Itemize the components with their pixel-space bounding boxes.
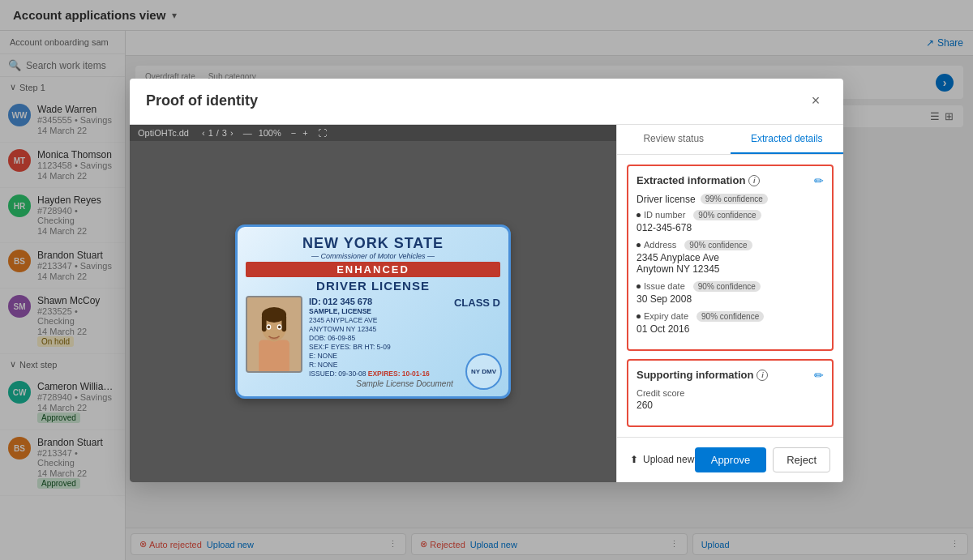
tab-extracted-details[interactable]: Extracted details: [731, 125, 844, 154]
modal-actions: Approve Reject: [695, 447, 830, 472]
id-card: NEW YORK STATE — Commissioner of Motor V…: [235, 224, 511, 399]
bullet-icon: [637, 243, 641, 247]
modal-overlay: Proof of identity × OptiOHTc.dd ‹ 1 / 3 …: [0, 0, 973, 560]
svg-point-8: [268, 325, 270, 327]
svg-rect-1: [259, 340, 289, 372]
document-viewer: OptiOHTc.dd ‹ 1 / 3 › — 100% − + ⛶: [130, 125, 616, 482]
prev-page-button[interactable]: ‹: [202, 128, 205, 138]
id-enhanced-label: ENHANCED: [246, 262, 500, 277]
reject-button[interactable]: Reject: [773, 447, 830, 472]
field-value-expiry-date: 01 Oct 2016: [637, 323, 824, 335]
extracted-information-section: Extracted information i ✏ Driver license…: [627, 165, 834, 351]
modal-right-panel: Review status Extracted details Extracte…: [616, 125, 843, 482]
confidence-badge: 90% confidence: [693, 210, 761, 220]
info-icon: i: [757, 370, 768, 381]
doc-type-row: Driver license 99% confidence: [637, 194, 824, 205]
field-group-issue-date: Issue date 90% confidence 30 Sep 2008: [637, 281, 824, 305]
modal-footer: ⬆ Upload new Approve Reject: [617, 437, 843, 482]
modal-body: OptiOHTc.dd ‹ 1 / 3 › — 100% − + ⛶: [130, 125, 843, 482]
doc-viewer-content: NEW YORK STATE — Commissioner of Motor V…: [130, 141, 616, 482]
page-separator: /: [216, 128, 219, 138]
svg-rect-5: [281, 314, 286, 331]
field-group-id: ID number 90% confidence 012-345-678: [637, 210, 824, 233]
id-address1: 2345 ANYPLACE AVE: [309, 316, 500, 324]
id-number-line: ID: 012 345 678 CLASS D: [309, 297, 500, 306]
section-header: Supporting information i ✏: [637, 369, 824, 382]
tab-review-status[interactable]: Review status: [617, 125, 731, 154]
bullet-icon: [637, 284, 641, 289]
section-title: Supporting information i: [637, 369, 768, 381]
upload-new-button[interactable]: ⬆ Upload new: [630, 454, 694, 465]
close-button[interactable]: ×: [804, 90, 827, 113]
confidence-badge: 90% confidence: [693, 281, 761, 292]
approve-button[interactable]: Approve: [695, 447, 766, 472]
svg-point-9: [278, 325, 281, 327]
zoom-out-button[interactable]: −: [291, 128, 296, 138]
modal-title: Proof of identity: [146, 92, 258, 109]
field-group-credit-score: Credit score 260: [637, 388, 824, 411]
id-dob: DOB: 06-09-85: [309, 334, 500, 342]
field-value-address-line2: Anytown NY 12345: [637, 263, 824, 275]
doc-confidence-badge: 99% confidence: [701, 194, 768, 204]
field-label-credit-score: Credit score: [637, 388, 824, 398]
field-label-expiry-date: Expiry date 90% confidence: [637, 311, 824, 322]
edit-icon[interactable]: ✏: [814, 174, 824, 187]
supporting-information-section: Supporting information i ✏ Credit score …: [627, 359, 834, 427]
page-current: 1: [208, 128, 213, 138]
edit-icon[interactable]: ✏: [814, 369, 824, 382]
doc-page-nav: ‹ 1 / 3 ›: [202, 128, 234, 138]
field-label-address: Address 90% confidence: [637, 240, 824, 250]
svg-rect-4: [262, 314, 267, 331]
id-license-title: DRIVER LICENSE: [246, 279, 500, 293]
section-title: Extracted information i: [637, 174, 760, 186]
next-page-button[interactable]: ›: [230, 128, 234, 138]
id-card-body: ID: 012 345 678 CLASS D SAMPLE, LICENSE …: [246, 296, 500, 388]
id-sex: SEX:F EYES: BR HT: 5-09: [309, 343, 500, 351]
field-group-address: Address 90% confidence 2345 Anyplace Ave…: [637, 240, 824, 275]
field-value-address-line1: 2345 Anyplace Ave: [637, 252, 824, 263]
id-card-header: NEW YORK STATE — Commissioner of Motor V…: [246, 235, 500, 293]
id-state: NEW YORK STATE: [246, 235, 500, 252]
page-total: 3: [222, 128, 227, 138]
dash-icon: —: [243, 128, 252, 138]
fullscreen-button[interactable]: ⛶: [318, 128, 327, 138]
bullet-icon: [637, 314, 641, 318]
zoom-level: 100%: [259, 128, 281, 138]
doc-toolbar: OptiOHTc.dd ‹ 1 / 3 › — 100% − + ⛶: [130, 125, 616, 141]
section-header: Extracted information i ✏: [637, 174, 824, 187]
info-icon: i: [748, 175, 760, 186]
modal-tab-content: Extracted information i ✏ Driver license…: [617, 155, 843, 437]
zoom-in-button[interactable]: +: [302, 128, 307, 138]
field-value-credit-score: 260: [637, 400, 824, 411]
modal-header: Proof of identity ×: [130, 79, 843, 125]
id-city: ANYTOWN NY 12345: [309, 325, 500, 333]
doc-type-label: Driver license: [637, 194, 696, 205]
field-group-expiry-date: Expiry date 90% confidence 01 Oct 2016: [637, 311, 824, 335]
id-seal: NY DMV: [465, 353, 502, 390]
proof-of-identity-modal: Proof of identity × OptiOHTc.dd ‹ 1 / 3 …: [130, 79, 843, 482]
field-value-issue-date: 30 Sep 2008: [637, 293, 824, 305]
confidence-badge: 90% confidence: [684, 240, 752, 250]
upload-icon: ⬆: [630, 454, 638, 465]
field-value-id: 012-345-678: [637, 222, 824, 233]
field-label-issue-date: Issue date 90% confidence: [637, 281, 824, 292]
modal-tabs: Review status Extracted details: [617, 125, 843, 155]
doc-filename: OptiOHTc.dd: [138, 128, 189, 138]
confidence-badge: 90% confidence: [697, 311, 764, 322]
bullet-icon: [637, 213, 641, 217]
app-container: Account applications view ▾ Account onbo…: [0, 0, 973, 560]
id-photo: [246, 296, 302, 373]
field-label-id: ID number 90% confidence: [637, 210, 824, 220]
